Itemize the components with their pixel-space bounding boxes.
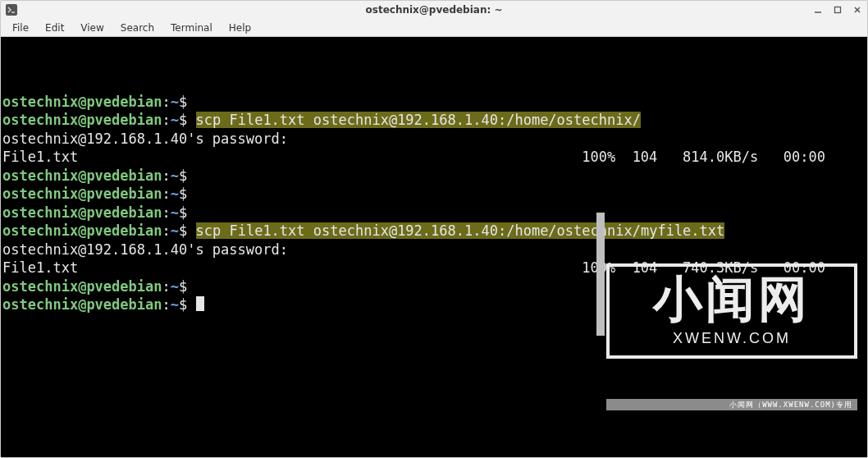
prompt-at: @ xyxy=(78,278,86,295)
prompt-colon: : xyxy=(162,94,171,110)
watermark-footer: 小闻网（WWW.XWENW.COM)专用 xyxy=(606,399,857,410)
app-window: ostechnix@pvedebian: ~ File Edit View Se… xyxy=(0,0,868,458)
menu-search[interactable]: Search xyxy=(112,21,162,35)
svg-rect-3 xyxy=(835,7,841,13)
prompt-user: ostechnix xyxy=(2,94,78,110)
prompt-at: @ xyxy=(78,222,86,239)
prompt-host: pvedebian xyxy=(86,204,162,221)
window-title: ostechnix@pvedebian: ~ xyxy=(1,4,867,16)
terminal-area[interactable]: ostechnix@pvedebian:~$ostechnix@pvedebia… xyxy=(1,37,867,457)
prompt-line-cmd: ostechnix@pvedebian:~$ scp File1.txt ost… xyxy=(2,111,866,130)
password-prompt: ostechnix@192.168.1.40's password: xyxy=(2,130,866,149)
prompt-path: ~ xyxy=(171,204,179,221)
prompt-dollar: $ xyxy=(179,167,187,184)
scp-command: scp File1.txt ostechnix@192.168.1.40:/ho… xyxy=(196,112,641,128)
watermark-text-domain: XWENW.COM xyxy=(673,329,791,348)
prompt-host: pvedebian xyxy=(86,222,162,239)
menu-file[interactable]: File xyxy=(4,21,37,35)
prompt-dollar: $ xyxy=(179,94,187,110)
prompt-path: ~ xyxy=(171,94,179,110)
prompt-dollar: $ xyxy=(179,222,187,239)
prompt-line: ostechnix@pvedebian:~$ xyxy=(2,185,866,204)
prompt-colon: : xyxy=(162,167,171,184)
scp-stats: 100% 104 814.0KB/s 00:00 xyxy=(582,149,825,165)
prompt-dollar: $ xyxy=(179,185,187,202)
scp-file: File1.txt xyxy=(2,149,78,165)
menu-view[interactable]: View xyxy=(72,21,112,35)
prompt-at: @ xyxy=(78,296,86,313)
window-controls xyxy=(813,5,862,15)
prompt-host: pvedebian xyxy=(86,296,162,313)
prompt-colon: : xyxy=(162,204,171,221)
prompt-at: @ xyxy=(78,167,86,184)
prompt-colon: : xyxy=(162,112,171,128)
prompt-at: @ xyxy=(78,94,86,110)
prompt-path: ~ xyxy=(171,278,179,295)
prompt-host: pvedebian xyxy=(86,112,162,128)
menu-terminal[interactable]: Terminal xyxy=(162,21,221,35)
prompt-path: ~ xyxy=(171,185,179,202)
prompt-colon: : xyxy=(162,278,171,295)
watermark: 小闻网 XWENW.COM 小闻网（WWW.XWENW.COM)专用 xyxy=(606,208,857,447)
scp-progress-line: File1.txt 100% 104 814.0KB/s 00:00 xyxy=(2,148,866,167)
prompt-colon: : xyxy=(162,185,171,202)
prompt-user: ostechnix xyxy=(2,222,78,239)
close-button[interactable] xyxy=(852,5,862,15)
prompt-dollar: $ xyxy=(179,204,187,221)
prompt-path: ~ xyxy=(171,112,179,128)
watermark-side-stripe xyxy=(596,213,605,336)
prompt-dollar: $ xyxy=(179,278,187,295)
prompt-at: @ xyxy=(78,112,86,128)
prompt-host: pvedebian xyxy=(86,167,162,184)
menubar: File Edit View Search Terminal Help xyxy=(1,19,867,37)
prompt-line: ostechnix@pvedebian:~$ xyxy=(2,167,866,185)
prompt-path: ~ xyxy=(171,222,179,239)
minimize-button[interactable] xyxy=(813,5,823,15)
terminal-app-icon xyxy=(6,4,17,16)
watermark-box: 小闻网 XWENW.COM xyxy=(606,263,857,360)
prompt-path: ~ xyxy=(171,167,179,184)
prompt-user: ostechnix xyxy=(2,204,78,221)
watermark-text-cn: 小闻网 xyxy=(653,275,811,324)
prompt-colon: : xyxy=(162,296,171,313)
prompt-at: @ xyxy=(78,204,86,221)
menu-edit[interactable]: Edit xyxy=(37,21,72,35)
prompt-path: ~ xyxy=(171,296,179,313)
prompt-at: @ xyxy=(78,185,86,202)
prompt-user: ostechnix xyxy=(2,167,78,184)
svg-rect-0 xyxy=(6,4,17,16)
prompt-colon: : xyxy=(162,222,171,239)
prompt-dollar: $ xyxy=(179,112,187,128)
prompt-user: ostechnix xyxy=(2,185,78,202)
terminal-cursor xyxy=(196,296,204,311)
prompt-line: ostechnix@pvedebian:~$ xyxy=(2,93,866,112)
prompt-user: ostechnix xyxy=(2,112,78,128)
prompt-host: pvedebian xyxy=(86,94,162,110)
prompt-host: pvedebian xyxy=(86,278,162,295)
prompt-dollar: $ xyxy=(179,296,187,313)
prompt-host: pvedebian xyxy=(86,185,162,202)
prompt-user: ostechnix xyxy=(2,296,78,313)
maximize-button[interactable] xyxy=(833,5,843,15)
titlebar: ostechnix@pvedebian: ~ xyxy=(1,1,867,19)
scp-file: File1.txt xyxy=(2,259,78,276)
menu-help[interactable]: Help xyxy=(221,21,259,35)
prompt-user: ostechnix xyxy=(2,278,78,295)
